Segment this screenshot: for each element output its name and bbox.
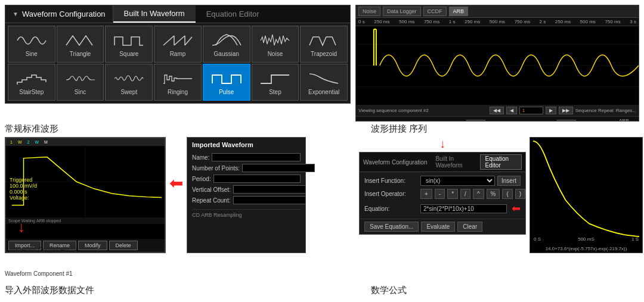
waveform-cell-swept[interactable]: Swept — [105, 64, 153, 101]
imported-waveform-title: Imported Waveform — [192, 141, 301, 148]
time-750-1: 750 ms — [424, 19, 439, 24]
tab-ccdf[interactable]: CCDF — [423, 7, 447, 16]
insert-operator-label: Insert Operator: — [364, 191, 418, 197]
w1-indicator: W — [16, 139, 24, 145]
trapezoid-icon — [308, 32, 339, 49]
name-input[interactable] — [212, 153, 301, 161]
op-caret[interactable]: ^ — [473, 189, 484, 199]
offset-input[interactable] — [233, 185, 306, 194]
evaluate-btn[interactable]: Evaluate — [421, 222, 455, 232]
eq-axis-500ms: 500 mS — [578, 236, 595, 242]
sequence-index-input[interactable] — [519, 107, 543, 114]
svg-rect-13 — [530, 138, 642, 238]
tab-arb[interactable]: ARB — [449, 7, 469, 16]
period-input[interactable] — [213, 175, 301, 183]
step-label: Step — [269, 89, 281, 95]
waveform-cell-noise[interactable]: Noise — [252, 26, 299, 63]
repeat-input[interactable] — [233, 196, 306, 204]
ranges-label[interactable]: Ranges... — [616, 108, 636, 113]
pulse-label: Pulse — [219, 89, 234, 95]
waveform-component-label: Waveform Component #1 — [10, 247, 78, 253]
tab-equation[interactable]: Equation Editor — [196, 5, 270, 23]
sequence-controls: Viewing sequence component #2 ◀◀ ◀ ▶ ▶▶ … — [356, 105, 639, 116]
swept-icon — [113, 70, 144, 87]
equation-panel-wrapper: ↓ Waveform Configuration Built In Wavefo… — [359, 137, 526, 253]
component-label-below: Waveform Component #1 — [5, 270, 73, 277]
waveform-config-title: Waveform Configuration — [22, 10, 106, 18]
clear-btn[interactable]: Clear — [457, 222, 482, 232]
waveform-cell-sine[interactable]: Sine — [8, 26, 55, 63]
equation-input[interactable] — [420, 204, 507, 213]
time-750-3: 750 ms — [605, 19, 620, 24]
time-3: 3 s — [630, 19, 636, 24]
waveform-cell-square[interactable]: Square — [105, 26, 153, 63]
waveform-svg — [356, 26, 639, 105]
prev-btn[interactable]: ◀ — [506, 107, 517, 114]
points-input[interactable] — [242, 164, 315, 172]
move-left-btn[interactable]: Move Left — [466, 120, 485, 122]
eq-formula-label: 14.0+73.6*(exp(-5.757x)-exp(-219.7x)) — [532, 246, 640, 251]
waveform-grid: Sine Triangle Square Ramp — [5, 23, 350, 103]
stairstep-icon — [16, 70, 47, 87]
waveform-cell-stairstep[interactable]: StairStep — [8, 64, 55, 101]
form-row-repeat: Repeat Count: — [192, 196, 301, 204]
triangle-icon — [65, 32, 96, 49]
equation-row: Equation: ⬅ — [364, 202, 521, 215]
sequence-footer: Component State Duration Components Move… — [356, 116, 639, 122]
insert-function-btn[interactable]: Insert — [497, 176, 521, 186]
op-lparen[interactable]: ( — [502, 189, 512, 199]
import-arrow: ↓ — [18, 219, 25, 235]
pulse-icon — [211, 70, 242, 87]
waveform-config-panel: ▼ Waveform Configuration Built In Wavefo… — [5, 5, 351, 104]
ringing-label: Ringing — [168, 89, 188, 95]
waveform-cell-gaussian[interactable]: Gaussian — [203, 26, 250, 63]
gaussian-icon — [211, 32, 242, 49]
time-ruler: 0 s 250 ms 500 ms 750 ms 1 s 250 ms 500 … — [356, 18, 639, 26]
insert-function-row: Insert Function: sin(x) Insert — [364, 176, 521, 186]
waveform-cell-ringing[interactable]: Ringing — [154, 64, 202, 101]
waveform-cell-sinc[interactable]: Sinc — [57, 64, 104, 101]
points-label: Number of Points: — [192, 165, 240, 172]
op-plus[interactable]: + — [420, 189, 432, 199]
tab-datalogger[interactable]: Data Logger — [383, 7, 421, 16]
noise-icon — [259, 32, 290, 49]
ringing-icon — [162, 70, 193, 87]
name-label: Name: — [192, 154, 209, 161]
time-500-3: 500 ms — [580, 19, 596, 24]
exponential-icon — [308, 70, 339, 87]
form-row-points: Number of Points: — [192, 164, 301, 172]
scope-voltage-info: Triggered 100.0 mV/d 0.000 s Voltage: — [10, 177, 37, 201]
waveform-cell-pulse[interactable]: Pulse — [203, 64, 250, 101]
op-div[interactable]: / — [460, 189, 470, 199]
prev-prev-btn[interactable]: ◀◀ — [490, 107, 504, 114]
eq-tab-equation[interactable]: Equation Editor — [480, 154, 522, 170]
op-mult[interactable]: * — [447, 189, 458, 199]
time-1: 1 s — [449, 19, 456, 24]
next-next-btn[interactable]: ▶▶ — [559, 107, 573, 114]
waveform-cell-triangle[interactable]: Triangle — [57, 26, 104, 63]
tab-builtin[interactable]: Built In Waveform — [113, 5, 196, 23]
move-right-btn[interactable]: Move Right — [557, 120, 576, 122]
collapse-arrow[interactable]: ▼ — [13, 11, 18, 17]
op-rparen[interactable]: ) — [515, 189, 525, 199]
save-equation-btn[interactable]: Save Equation... — [364, 222, 419, 232]
step-icon — [259, 70, 290, 87]
insert-function-select[interactable]: sin(x) — [420, 176, 495, 186]
scope-trigger-info: Triggered — [10, 177, 37, 183]
delete-btn[interactable]: Delete — [109, 241, 138, 250]
waveform-cell-step[interactable]: Step — [252, 64, 299, 101]
m-indicator: M — [42, 139, 49, 145]
eq-tab-builtin[interactable]: Built In Waveform — [431, 155, 476, 169]
next-btn[interactable]: ▶ — [546, 107, 556, 114]
waveform-cell-trapezoid[interactable]: Trapezoid — [300, 26, 348, 63]
op-percent[interactable]: % — [487, 189, 500, 199]
waveform-cell-ramp[interactable]: Ramp — [154, 26, 202, 63]
form-row-period: Period: — [192, 175, 301, 183]
modify-btn[interactable]: Modify — [78, 241, 107, 250]
op-minus[interactable]: - — [435, 189, 445, 199]
tab-noise[interactable]: Noise — [358, 7, 380, 16]
square-icon — [113, 32, 144, 49]
sine-label: Sine — [26, 51, 38, 57]
waveform-cell-exponential[interactable]: Exponential — [300, 64, 348, 101]
stairstep-label: StairStep — [19, 89, 44, 95]
